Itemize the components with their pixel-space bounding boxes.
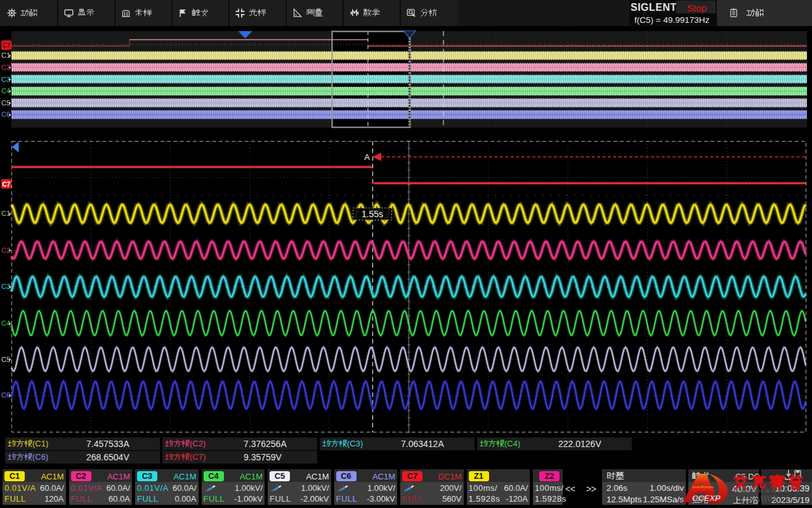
svg-text:C4: C4 bbox=[1, 319, 10, 327]
svg-text:C5: C5 bbox=[1, 356, 10, 363]
svg-text:A: A bbox=[364, 152, 370, 162]
svg-text:C3: C3 bbox=[1, 283, 10, 290]
svg-text:C4: C4 bbox=[1, 87, 10, 95]
svg-text:C1: C1 bbox=[1, 210, 10, 217]
svg-text:C2: C2 bbox=[1, 246, 10, 254]
svg-text:C7: C7 bbox=[3, 181, 11, 188]
svg-text:C1: C1 bbox=[1, 51, 10, 59]
svg-text:C6: C6 bbox=[1, 391, 10, 399]
svg-text:C2: C2 bbox=[1, 64, 10, 71]
svg-text:C7: C7 bbox=[3, 42, 11, 49]
svg-text:C5: C5 bbox=[1, 99, 10, 107]
svg-text:C3: C3 bbox=[1, 76, 10, 83]
svg-text:C6: C6 bbox=[1, 110, 10, 118]
svg-text:1.55s: 1.55s bbox=[362, 209, 383, 219]
